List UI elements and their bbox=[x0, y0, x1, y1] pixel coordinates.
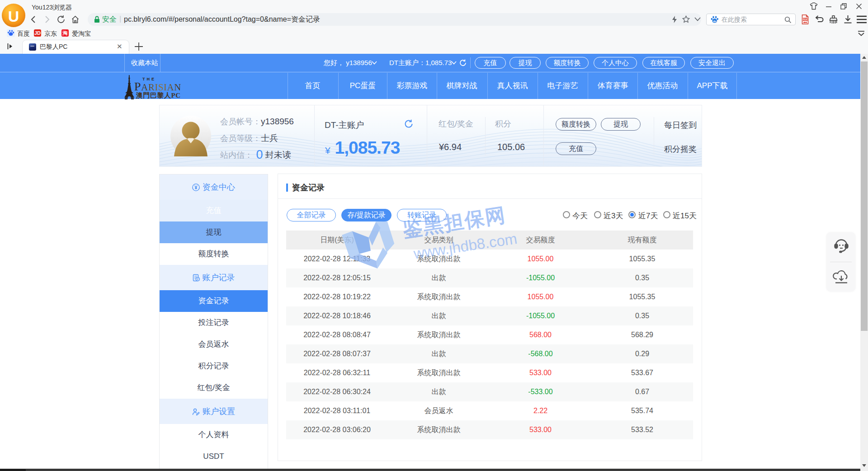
svg-text:PDF: PDF bbox=[802, 18, 808, 21]
svg-text:du: du bbox=[713, 20, 717, 23]
